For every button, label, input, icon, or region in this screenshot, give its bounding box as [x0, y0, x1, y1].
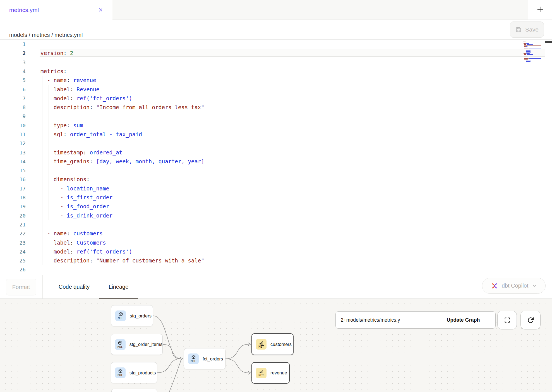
lineage-selector-input[interactable] — [336, 312, 431, 328]
minimap[interactable] — [523, 41, 542, 107]
code-line[interactable]: metrics: — [40, 67, 67, 76]
minimap-line — [528, 58, 529, 59]
minimap-line — [524, 56, 525, 57]
lineage-canvas[interactable]: MDLstg_ordersMDLstg_order_itemsMDLstg_pr… — [0, 299, 552, 392]
badge-label: MET — [259, 345, 264, 348]
lineage-node-stg_orders[interactable]: MDLstg_orders — [111, 305, 153, 326]
code-line[interactable]: dimensions: — [40, 175, 90, 184]
line-number: 23 — [0, 238, 26, 247]
line-number: 6 — [0, 85, 26, 94]
dbt-copilot-icon — [491, 282, 498, 290]
code-line[interactable]: label: Customers — [40, 238, 106, 247]
line-number: 10 — [0, 121, 26, 130]
tab-label: metrics.yml — [9, 7, 39, 13]
code-line[interactable]: - is_food_order — [40, 202, 109, 211]
lineage-node-stg_order_items[interactable]: MDLstg_order_items — [111, 334, 163, 355]
copilot-label: dbt Copilot — [502, 283, 529, 289]
lineage-node-stg_products[interactable]: MDLstg_products — [111, 362, 157, 383]
model-badge: MDL — [188, 353, 199, 364]
code-line[interactable]: description: "Income from all orders les… — [40, 103, 204, 112]
code-editor[interactable]: 1234567891011121314151617181920212223242… — [0, 40, 552, 275]
refresh-button[interactable] — [520, 311, 541, 329]
code-line[interactable]: - is_drink_order — [40, 211, 112, 220]
minimap-line — [526, 47, 534, 47]
format-button[interactable]: Format — [6, 279, 36, 295]
minimap-line — [528, 55, 529, 55]
minimap-line — [524, 46, 525, 47]
line-number: 3 — [0, 58, 26, 67]
cube-icon — [118, 369, 123, 374]
code-line[interactable]: label: Revenue — [40, 85, 99, 94]
code-line[interactable]: timestamp: ordered_at — [40, 148, 123, 157]
fullscreen-icon — [504, 317, 511, 324]
tab-metrics-yml[interactable]: metrics.yml — [0, 0, 112, 20]
code-line[interactable]: - is_first_order — [40, 193, 112, 202]
dbt-ide-window: metrics.yml models / metrics / metrics.y… — [0, 0, 552, 392]
model-badge: MDL — [115, 367, 126, 378]
scrollbar-track[interactable] — [545, 40, 552, 275]
minimap-line — [524, 53, 524, 54]
tab-code-quality[interactable]: Code quality — [49, 275, 99, 298]
minimap-line — [524, 49, 528, 49]
code-line[interactable]: description: "Number of customers with a… — [40, 256, 204, 265]
line-number: 18 — [0, 193, 26, 202]
model-badge: MDL — [115, 339, 126, 350]
code-line[interactable]: type: sum — [40, 121, 83, 130]
line-number: 7 — [0, 94, 26, 103]
dbt-copilot-button[interactable]: dbt Copilot — [482, 278, 546, 294]
node-label: stg_orders — [130, 313, 152, 319]
code-line[interactable]: model: ref('fct_orders') — [40, 94, 132, 103]
line-number: 19 — [0, 202, 26, 211]
panel-toolbar: Format Code quality Lineage dbt Copilot — [0, 275, 552, 299]
line-number: 16 — [0, 175, 26, 184]
code-line[interactable]: - name: revenue — [40, 76, 96, 85]
tab-lineage[interactable]: Lineage — [99, 275, 138, 298]
node-label: revenue — [270, 370, 287, 376]
minimap-line — [526, 56, 527, 57]
badge-label: MDL — [191, 360, 196, 363]
minimap-line — [525, 62, 525, 62]
lineage-node-customers[interactable]: METcustomers — [251, 333, 294, 355]
code-line[interactable]: version: 2 — [40, 49, 73, 58]
line-number: 26 — [0, 265, 26, 274]
lineage-node-revenue[interactable]: METrevenue — [251, 362, 290, 384]
line-number: 25 — [0, 256, 26, 265]
update-graph-button[interactable]: Update Graph — [431, 312, 495, 328]
fullscreen-button[interactable] — [497, 311, 517, 329]
metric-badge: MET — [256, 339, 267, 350]
minimap-line — [524, 43, 524, 44]
minimap-line — [525, 52, 525, 52]
code-line[interactable]: time_grains: [day, week, month, quarter,… — [40, 157, 204, 166]
bar-chart-icon — [259, 340, 264, 345]
line-number: 13 — [0, 148, 26, 157]
new-tab-button[interactable] — [535, 4, 546, 16]
code-line[interactable]: - name: customers — [40, 229, 103, 238]
bar-chart-icon — [259, 369, 264, 374]
code-line[interactable]: model: ref('fct_orders') — [40, 247, 132, 256]
scrollbar-thumb[interactable] — [545, 41, 552, 43]
minimap-line — [523, 42, 525, 42]
cube-icon — [118, 341, 123, 345]
line-number: 5 — [0, 76, 26, 85]
floppy-disk-icon — [515, 26, 522, 33]
line-number: 15 — [0, 166, 26, 175]
minimap-line — [526, 56, 526, 57]
code-line[interactable]: - location_name — [40, 184, 109, 193]
minimap-line — [529, 45, 541, 46]
line-number: 14 — [0, 157, 26, 166]
minimap-line — [526, 42, 526, 42]
plus-icon — [536, 6, 544, 14]
code-line[interactable]: sql: order_total - tax_paid — [40, 130, 142, 139]
close-icon[interactable] — [98, 8, 103, 12]
badge-label: MET — [259, 374, 264, 377]
minimap-line — [526, 62, 531, 62]
path-bar: models / metrics / metrics.yml Save — [0, 20, 552, 40]
line-number: 24 — [0, 247, 26, 256]
chevron-down-icon — [532, 283, 537, 288]
breadcrumb: models / metrics / metrics.yml — [9, 32, 83, 38]
line-number: 2 — [0, 49, 26, 58]
save-button[interactable]: Save — [510, 21, 544, 38]
line-number: 1 — [0, 40, 26, 49]
lineage-node-partial_node[interactable] — [111, 389, 157, 392]
lineage-node-fct_orders[interactable]: MDLfct_orders — [184, 348, 225, 369]
